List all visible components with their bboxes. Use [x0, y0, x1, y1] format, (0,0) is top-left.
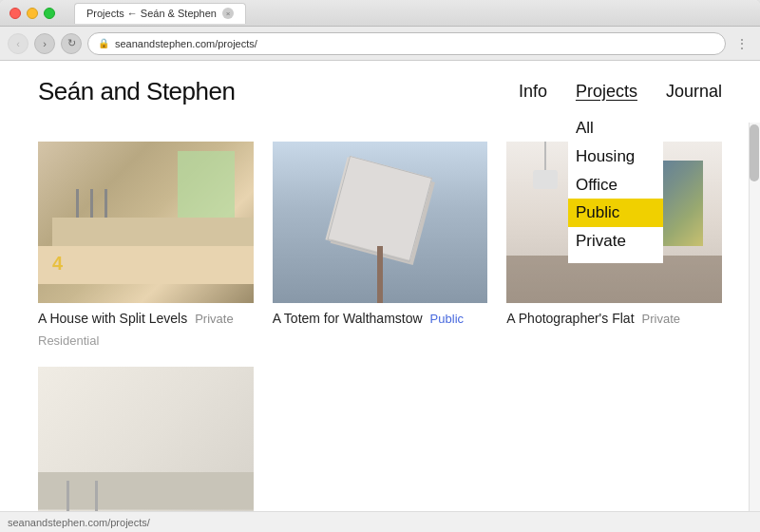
split-levels-image: 4: [38, 142, 254, 303]
nav-projects-container: Projects All Housing Office Public Priva…: [576, 82, 637, 102]
back-button[interactable]: ‹: [8, 33, 28, 54]
forward-button[interactable]: ›: [34, 33, 55, 54]
menu-button[interactable]: ⋮: [732, 33, 752, 54]
status-bar: seanandstephen.com/projects/: [0, 511, 760, 532]
scrollbar[interactable]: [749, 123, 760, 511]
project-image: [38, 367, 254, 528]
minimize-button[interactable]: [27, 8, 38, 19]
tab-title: Projects ← Seán & Stephen: [86, 8, 217, 19]
window-light: [178, 151, 235, 227]
project-tag: Public: [430, 312, 464, 326]
project-title: A Totem for Walthamstow: [273, 311, 423, 326]
site-header: Seán and Stephen Info Projects All Housi…: [0, 61, 760, 123]
projects-dropdown: All Housing Office Public Private: [568, 106, 663, 263]
site-title: Seán and Stephen: [38, 77, 519, 106]
scrollbar-thumb[interactable]: [750, 124, 759, 181]
site-nav: Info Projects All Housing Office Public …: [519, 82, 722, 102]
project-title: A House with Split Levels: [38, 311, 187, 326]
project-title: A Photographer's Flat: [506, 311, 634, 326]
totem-pole: [377, 246, 383, 303]
dropdown-all[interactable]: All: [568, 114, 663, 142]
nav-journal[interactable]: Journal: [666, 82, 722, 102]
project-subtitle: Residential: [38, 333, 254, 348]
project-image: 4: [38, 142, 254, 303]
stair-1: [38, 246, 254, 284]
browser-tab[interactable]: Projects ← Seán & Stephen ×: [74, 3, 246, 24]
totem-cube: [328, 156, 432, 260]
totem-image: [273, 142, 488, 303]
project-card[interactable]: A Totem for Walthamstow Public: [273, 142, 488, 348]
project-info: A Totem for Walthamstow Public: [273, 311, 488, 326]
address-bar[interactable]: 🔒 seanandstephen.com/projects/: [87, 32, 726, 55]
dropdown-private[interactable]: Private: [568, 227, 663, 256]
traffic-lights: [10, 8, 55, 19]
refresh-button[interactable]: ↻: [61, 33, 82, 54]
page-content: Seán and Stephen Info Projects All Housi…: [0, 61, 760, 532]
bottom-left-image: [38, 367, 254, 528]
nav-projects[interactable]: Projects: [576, 82, 637, 101]
status-url: seanandstephen.com/projects/: [8, 517, 150, 528]
url-text: seanandstephen.com/projects/: [115, 38, 257, 49]
maximize-button[interactable]: [44, 8, 55, 19]
dropdown-public[interactable]: Public: [568, 199, 663, 227]
pendant-light: [544, 142, 546, 189]
project-info: A House with Split Levels Private: [38, 311, 254, 326]
project-card[interactable]: 4 A House with Split Levels Private Resi…: [38, 142, 254, 348]
dropdown-housing[interactable]: Housing: [568, 142, 663, 171]
close-button[interactable]: [10, 8, 21, 19]
nav-info[interactable]: Info: [519, 82, 547, 102]
table-edge: [38, 472, 254, 509]
title-bar: Projects ← Seán & Stephen ×: [0, 0, 760, 27]
security-icon: 🔒: [98, 38, 109, 48]
project-card[interactable]: [38, 367, 254, 528]
stair-number: 4: [52, 253, 63, 275]
project-image: [273, 142, 488, 303]
dropdown-office[interactable]: Office: [568, 171, 663, 200]
project-info: A Photographer's Flat Private: [506, 311, 722, 326]
tab-bar: Projects ← Seán & Stephen ×: [74, 3, 750, 24]
tab-close-button[interactable]: ×: [222, 8, 234, 19]
nav-bar: ‹ › ↻ 🔒 seanandstephen.com/projects/ ⋮: [0, 27, 760, 61]
browser-window: Projects ← Seán & Stephen × ‹ › ↻ 🔒 sean…: [0, 0, 760, 532]
project-tag: Private: [642, 312, 680, 326]
project-tag: Private: [195, 312, 233, 326]
